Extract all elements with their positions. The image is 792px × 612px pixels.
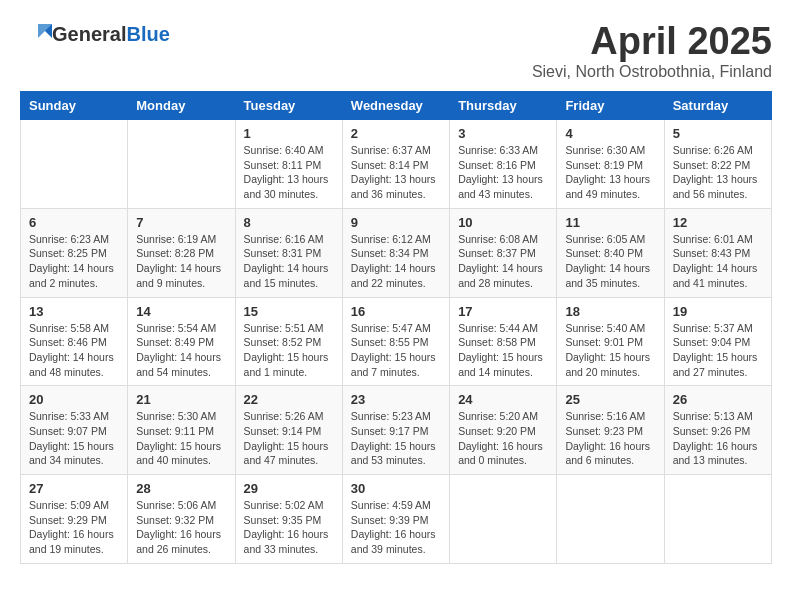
day-info: Sunrise: 4:59 AM Sunset: 9:39 PM Dayligh… [351, 498, 441, 557]
day-info: Sunrise: 6:30 AM Sunset: 8:19 PM Dayligh… [565, 143, 655, 202]
day-info: Sunrise: 5:54 AM Sunset: 8:49 PM Dayligh… [136, 321, 226, 380]
day-number: 8 [244, 215, 334, 230]
day-number: 16 [351, 304, 441, 319]
calendar-cell: 2Sunrise: 6:37 AM Sunset: 8:14 PM Daylig… [342, 120, 449, 209]
day-number: 29 [244, 481, 334, 496]
day-info: Sunrise: 6:40 AM Sunset: 8:11 PM Dayligh… [244, 143, 334, 202]
week-row-4: 20Sunrise: 5:33 AM Sunset: 9:07 PM Dayli… [21, 386, 772, 475]
day-number: 19 [673, 304, 763, 319]
day-info: Sunrise: 5:13 AM Sunset: 9:26 PM Dayligh… [673, 409, 763, 468]
calendar-table: SundayMondayTuesdayWednesdayThursdayFrid… [20, 91, 772, 564]
day-info: Sunrise: 6:19 AM Sunset: 8:28 PM Dayligh… [136, 232, 226, 291]
day-info: Sunrise: 5:06 AM Sunset: 9:32 PM Dayligh… [136, 498, 226, 557]
day-number: 11 [565, 215, 655, 230]
day-header-friday: Friday [557, 92, 664, 120]
day-info: Sunrise: 5:20 AM Sunset: 9:20 PM Dayligh… [458, 409, 548, 468]
day-number: 15 [244, 304, 334, 319]
day-number: 2 [351, 126, 441, 141]
calendar-cell [128, 120, 235, 209]
day-number: 10 [458, 215, 548, 230]
day-info: Sunrise: 5:02 AM Sunset: 9:35 PM Dayligh… [244, 498, 334, 557]
calendar-cell: 7Sunrise: 6:19 AM Sunset: 8:28 PM Daylig… [128, 208, 235, 297]
calendar-cell: 14Sunrise: 5:54 AM Sunset: 8:49 PM Dayli… [128, 297, 235, 386]
logo-general-text: General [52, 23, 126, 45]
day-number: 27 [29, 481, 119, 496]
day-number: 17 [458, 304, 548, 319]
page-header: GeneralBlue April 2025 Sievi, North Ostr… [20, 20, 772, 81]
day-header-wednesday: Wednesday [342, 92, 449, 120]
day-number: 26 [673, 392, 763, 407]
calendar-cell: 5Sunrise: 6:26 AM Sunset: 8:22 PM Daylig… [664, 120, 771, 209]
day-number: 28 [136, 481, 226, 496]
day-header-sunday: Sunday [21, 92, 128, 120]
calendar-cell [450, 475, 557, 564]
day-number: 4 [565, 126, 655, 141]
day-info: Sunrise: 5:58 AM Sunset: 8:46 PM Dayligh… [29, 321, 119, 380]
day-header-monday: Monday [128, 92, 235, 120]
calendar-cell: 13Sunrise: 5:58 AM Sunset: 8:46 PM Dayli… [21, 297, 128, 386]
day-header-tuesday: Tuesday [235, 92, 342, 120]
calendar-cell: 23Sunrise: 5:23 AM Sunset: 9:17 PM Dayli… [342, 386, 449, 475]
day-info: Sunrise: 5:51 AM Sunset: 8:52 PM Dayligh… [244, 321, 334, 380]
day-number: 7 [136, 215, 226, 230]
calendar-cell [557, 475, 664, 564]
day-info: Sunrise: 6:08 AM Sunset: 8:37 PM Dayligh… [458, 232, 548, 291]
day-number: 5 [673, 126, 763, 141]
calendar-cell: 29Sunrise: 5:02 AM Sunset: 9:35 PM Dayli… [235, 475, 342, 564]
week-row-5: 27Sunrise: 5:09 AM Sunset: 9:29 PM Dayli… [21, 475, 772, 564]
day-info: Sunrise: 6:23 AM Sunset: 8:25 PM Dayligh… [29, 232, 119, 291]
calendar-cell: 25Sunrise: 5:16 AM Sunset: 9:23 PM Dayli… [557, 386, 664, 475]
day-info: Sunrise: 5:47 AM Sunset: 8:55 PM Dayligh… [351, 321, 441, 380]
calendar-cell: 9Sunrise: 6:12 AM Sunset: 8:34 PM Daylig… [342, 208, 449, 297]
calendar-cell: 3Sunrise: 6:33 AM Sunset: 8:16 PM Daylig… [450, 120, 557, 209]
day-info: Sunrise: 5:16 AM Sunset: 9:23 PM Dayligh… [565, 409, 655, 468]
day-number: 30 [351, 481, 441, 496]
day-number: 1 [244, 126, 334, 141]
day-number: 24 [458, 392, 548, 407]
day-info: Sunrise: 6:12 AM Sunset: 8:34 PM Dayligh… [351, 232, 441, 291]
calendar-cell: 26Sunrise: 5:13 AM Sunset: 9:26 PM Dayli… [664, 386, 771, 475]
days-header-row: SundayMondayTuesdayWednesdayThursdayFrid… [21, 92, 772, 120]
calendar-cell: 30Sunrise: 4:59 AM Sunset: 9:39 PM Dayli… [342, 475, 449, 564]
calendar-cell: 19Sunrise: 5:37 AM Sunset: 9:04 PM Dayli… [664, 297, 771, 386]
calendar-cell: 21Sunrise: 5:30 AM Sunset: 9:11 PM Dayli… [128, 386, 235, 475]
day-info: Sunrise: 6:26 AM Sunset: 8:22 PM Dayligh… [673, 143, 763, 202]
day-number: 20 [29, 392, 119, 407]
calendar-cell: 24Sunrise: 5:20 AM Sunset: 9:20 PM Dayli… [450, 386, 557, 475]
day-info: Sunrise: 6:05 AM Sunset: 8:40 PM Dayligh… [565, 232, 655, 291]
week-row-3: 13Sunrise: 5:58 AM Sunset: 8:46 PM Dayli… [21, 297, 772, 386]
calendar-cell: 8Sunrise: 6:16 AM Sunset: 8:31 PM Daylig… [235, 208, 342, 297]
day-number: 14 [136, 304, 226, 319]
calendar-cell: 27Sunrise: 5:09 AM Sunset: 9:29 PM Dayli… [21, 475, 128, 564]
day-info: Sunrise: 5:30 AM Sunset: 9:11 PM Dayligh… [136, 409, 226, 468]
day-number: 21 [136, 392, 226, 407]
day-info: Sunrise: 6:16 AM Sunset: 8:31 PM Dayligh… [244, 232, 334, 291]
day-number: 9 [351, 215, 441, 230]
day-info: Sunrise: 6:37 AM Sunset: 8:14 PM Dayligh… [351, 143, 441, 202]
day-info: Sunrise: 5:44 AM Sunset: 8:58 PM Dayligh… [458, 321, 548, 380]
day-number: 22 [244, 392, 334, 407]
calendar-cell: 22Sunrise: 5:26 AM Sunset: 9:14 PM Dayli… [235, 386, 342, 475]
week-row-1: 1Sunrise: 6:40 AM Sunset: 8:11 PM Daylig… [21, 120, 772, 209]
day-header-thursday: Thursday [450, 92, 557, 120]
day-number: 6 [29, 215, 119, 230]
day-info: Sunrise: 6:01 AM Sunset: 8:43 PM Dayligh… [673, 232, 763, 291]
day-number: 25 [565, 392, 655, 407]
week-row-2: 6Sunrise: 6:23 AM Sunset: 8:25 PM Daylig… [21, 208, 772, 297]
title-section: April 2025 Sievi, North Ostrobothnia, Fi… [532, 20, 772, 81]
day-info: Sunrise: 6:33 AM Sunset: 8:16 PM Dayligh… [458, 143, 548, 202]
day-info: Sunrise: 5:37 AM Sunset: 9:04 PM Dayligh… [673, 321, 763, 380]
day-info: Sunrise: 5:26 AM Sunset: 9:14 PM Dayligh… [244, 409, 334, 468]
calendar-cell: 4Sunrise: 6:30 AM Sunset: 8:19 PM Daylig… [557, 120, 664, 209]
calendar-cell: 15Sunrise: 5:51 AM Sunset: 8:52 PM Dayli… [235, 297, 342, 386]
calendar-cell [21, 120, 128, 209]
calendar-cell [664, 475, 771, 564]
day-number: 23 [351, 392, 441, 407]
day-number: 13 [29, 304, 119, 319]
day-number: 18 [565, 304, 655, 319]
day-number: 12 [673, 215, 763, 230]
day-header-saturday: Saturday [664, 92, 771, 120]
logo-icon [20, 20, 52, 48]
logo-blue-text: Blue [126, 23, 169, 45]
calendar-cell: 16Sunrise: 5:47 AM Sunset: 8:55 PM Dayli… [342, 297, 449, 386]
